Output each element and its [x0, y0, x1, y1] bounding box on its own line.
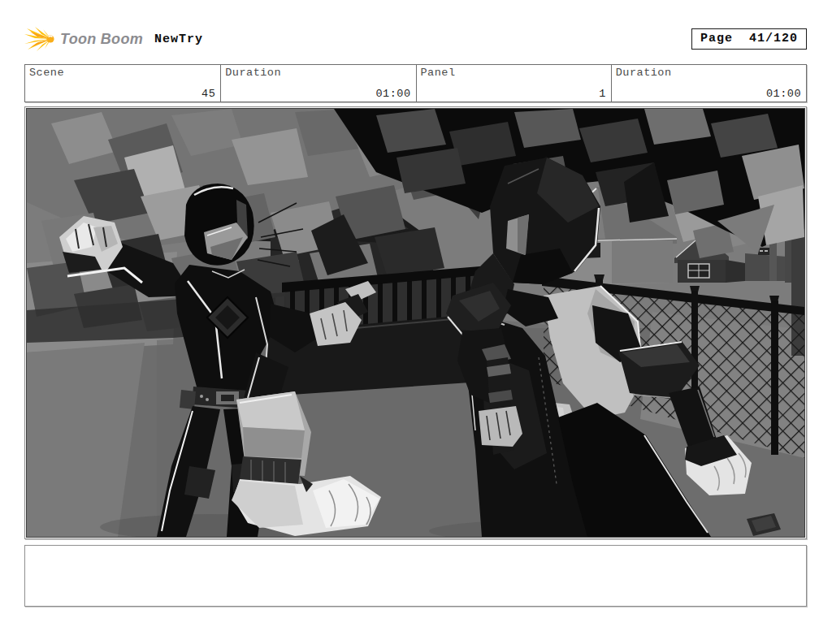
- panel-value: 1: [599, 88, 606, 100]
- page-number-box: Page 41/120: [691, 28, 807, 50]
- project-title: NewTry: [154, 32, 203, 46]
- storyboard-panel-image: [27, 109, 804, 537]
- panel-cell: Panel 1: [416, 65, 611, 102]
- toon-boom-logo-icon: [24, 26, 57, 52]
- panel-label: Panel: [421, 67, 456, 79]
- page-header: Toon Boom NewTry Page 41/120: [24, 24, 807, 54]
- scene-value: 45: [202, 88, 215, 100]
- panel-duration-value: 01:00: [766, 88, 801, 100]
- scene-label: Scene: [29, 67, 64, 79]
- storyboard-panel-frame: [24, 106, 807, 539]
- panel-duration-label: Duration: [616, 67, 672, 79]
- brand-name: Toon Boom: [60, 31, 143, 48]
- panel-duration-cell: Duration 01:00: [611, 65, 806, 102]
- scene-duration-cell: Duration 01:00: [220, 65, 415, 102]
- storyboard-page: Toon Boom NewTry Page 41/120 Scene 45 Du…: [0, 0, 832, 644]
- scene-cell: Scene 45: [25, 65, 220, 102]
- caption-box: [24, 545, 807, 607]
- scene-duration-label: Duration: [225, 67, 281, 79]
- scene-info-bar: Scene 45 Duration 01:00 Panel 1 Duration…: [24, 64, 807, 102]
- scene-duration-value: 01:00: [375, 88, 410, 100]
